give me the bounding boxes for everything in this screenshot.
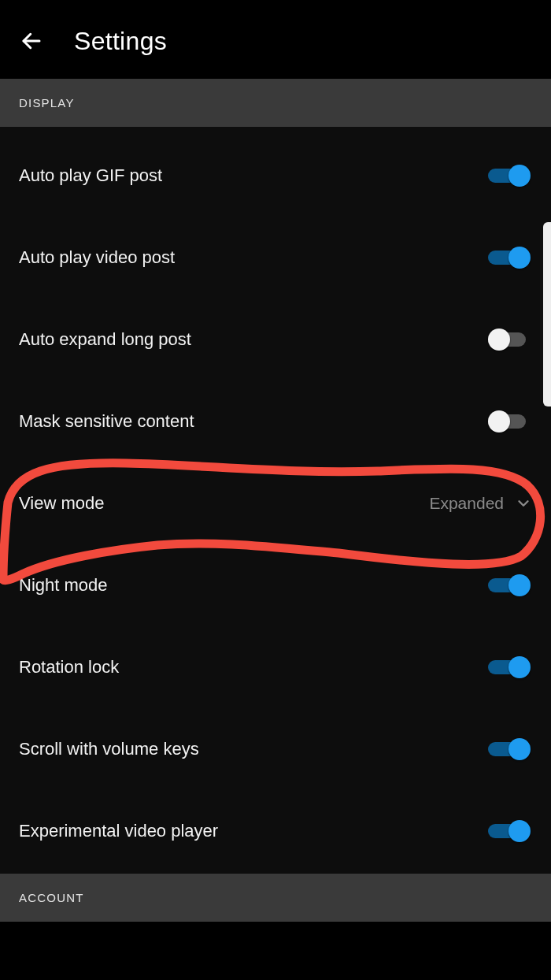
scrollbar-indicator[interactable] [543, 222, 551, 406]
row-rotation-lock[interactable]: Rotation lock [0, 626, 551, 708]
nav-bar-area [0, 963, 551, 980]
row-label: Experimental video player [19, 821, 218, 841]
toggle-rotation-lock[interactable] [488, 656, 532, 678]
row-view-mode[interactable]: View mode Expanded [0, 462, 551, 544]
view-mode-value: Expanded [429, 494, 504, 513]
row-auto-play-video[interactable]: Auto play video post [0, 217, 551, 299]
toggle-thumb [508, 165, 531, 187]
back-arrow-icon [20, 29, 43, 53]
toggle-thumb [508, 656, 531, 678]
row-experimental-video[interactable]: Experimental video player [0, 790, 551, 872]
row-mask-sensitive[interactable]: Mask sensitive content [0, 380, 551, 462]
display-section: Auto play GIF post Auto play video post … [0, 127, 551, 874]
row-night-mode[interactable]: Night mode [0, 544, 551, 626]
toggle-thumb [508, 574, 531, 596]
section-header-account: ACCOUNT [0, 874, 551, 922]
toggle-mask-sensitive[interactable] [488, 410, 532, 432]
row-label: Rotation lock [19, 657, 119, 677]
chevron-down-icon [515, 495, 532, 512]
row-auto-play-gif[interactable]: Auto play GIF post [0, 135, 551, 217]
status-bar [0, 0, 551, 11]
row-value-wrap: Expanded [429, 494, 532, 513]
toggle-thumb [508, 247, 531, 269]
toggle-thumb [508, 820, 531, 842]
toggle-thumb [508, 738, 531, 760]
toggle-auto-play-gif[interactable] [488, 165, 532, 187]
row-auto-expand-long[interactable]: Auto expand long post [0, 299, 551, 380]
row-label: Auto play GIF post [19, 165, 162, 186]
row-label: Auto expand long post [19, 329, 191, 350]
toggle-thumb [488, 329, 510, 351]
toggle-thumb [488, 410, 510, 432]
back-button[interactable] [16, 25, 47, 57]
app-bar: Settings [0, 11, 551, 79]
row-label: View mode [19, 493, 104, 514]
row-scroll-volume[interactable]: Scroll with volume keys [0, 708, 551, 790]
row-label: Auto play video post [19, 247, 175, 268]
toggle-scroll-volume[interactable] [488, 738, 532, 760]
page-title: Settings [74, 27, 167, 56]
row-label: Night mode [19, 575, 108, 596]
row-label: Mask sensitive content [19, 411, 194, 432]
row-label: Scroll with volume keys [19, 739, 199, 759]
toggle-experimental-video[interactable] [488, 820, 532, 842]
toggle-auto-expand-long[interactable] [488, 329, 532, 351]
section-header-display: DISPLAY [0, 79, 551, 127]
toggle-auto-play-video[interactable] [488, 247, 532, 269]
toggle-night-mode[interactable] [488, 574, 532, 596]
